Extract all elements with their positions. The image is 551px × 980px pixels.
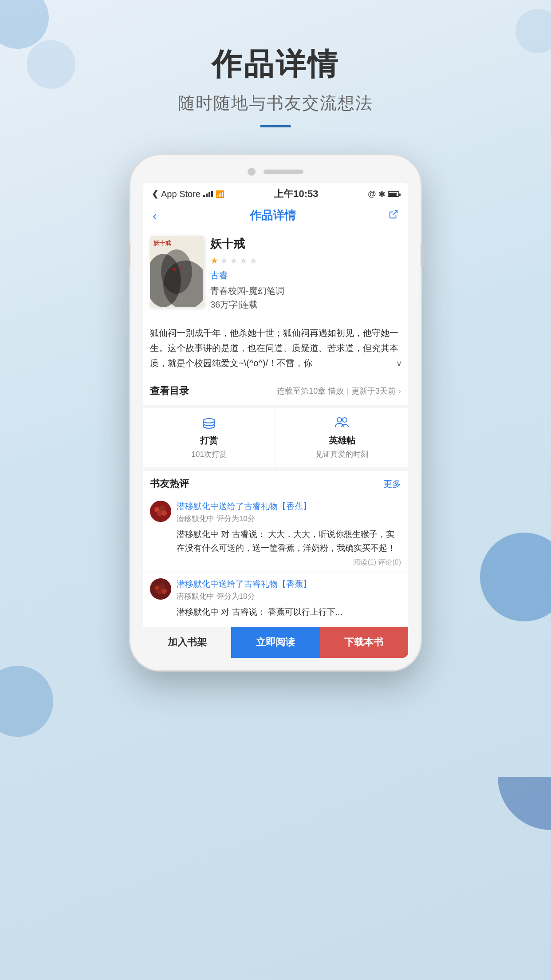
review-user-2: 潜移默化中 评分为10分 [177, 591, 401, 601]
bg-circle-5 [0, 666, 53, 737]
phone-camera [248, 168, 256, 176]
battery-icon [388, 191, 399, 197]
back-chevron-icon: ❮ [152, 189, 158, 199]
avatar-2 [150, 578, 171, 600]
expand-icon[interactable]: ∨ [396, 357, 402, 371]
review-header-1: 潜移默化中送给了古睿礼物【香蕉】 潜移默化中 评分为10分 [150, 501, 401, 524]
read-now-button[interactable]: 立即阅读 [231, 627, 319, 658]
status-left: ❮ App Store 📶 [152, 189, 224, 199]
book-wordcount: 36万字|连载 [210, 299, 401, 311]
review-item-2: 潜移默化中送给了古睿礼物【香蕉】 潜移默化中 评分为10分 潜移默化中 对 古睿… [143, 573, 408, 627]
reviews-title: 书友热评 [150, 477, 189, 490]
svg-point-12 [337, 418, 342, 422]
book-desc-text: 狐仙祠一别成千年，他杀她十世；狐仙祠再遇如初见，他守她一生。这个故事讲的是道，也… [150, 325, 401, 371]
svg-point-4 [161, 249, 192, 294]
action-hero-post[interactable]: 英雄帖 见证真爱的时刻 [276, 408, 409, 467]
star-4: ★ [240, 255, 248, 266]
review-score-text-1: 评分为10分 [216, 514, 255, 523]
app-store-label: App Store [161, 189, 201, 199]
catalog-label: 查看目录 [150, 384, 189, 398]
nav-bar: ‹ 作品详情 [143, 203, 408, 228]
star-2: ★ [220, 255, 228, 266]
reward-label: 打赏 [200, 435, 218, 447]
review-stats-1: 阅读(1) 评论(0) [150, 558, 401, 567]
svg-point-24 [161, 589, 167, 594]
catalog-chapter: 连载至第10章 惜败 [277, 386, 344, 396]
review-comment-count-1: 评论(0) [378, 558, 401, 566]
review-read-count-1: 阅读(1) [353, 558, 376, 566]
catalog-update: 更新于3天前 [351, 386, 396, 396]
page-title: 作品详情 [0, 44, 551, 85]
phone-mockup: ❮ App Store 📶 上午10:53 @ ✱ [129, 154, 422, 672]
svg-point-13 [342, 418, 347, 422]
svg-point-19 [156, 508, 158, 511]
book-cover: 妖十戒 [150, 236, 203, 307]
reward-count: 101次打赏 [192, 449, 227, 459]
review-user-name-1: 潜移默化中 [177, 514, 214, 523]
book-author[interactable]: 古睿 [210, 269, 401, 281]
svg-point-18 [161, 510, 167, 516]
signal-bars-icon [203, 191, 213, 197]
hero-post-label: 英雄帖 [329, 435, 355, 447]
page-divider [260, 125, 291, 127]
bluetooth-icon: ✱ [378, 189, 386, 199]
review-user-1: 潜移默化中 评分为10分 [177, 514, 401, 524]
phone-top-bar [143, 168, 408, 176]
svg-text:妖十戒: 妖十戒 [153, 240, 171, 246]
review-score-text-2: 评分为10分 [216, 592, 255, 601]
download-button[interactable]: 下载本书 [320, 627, 408, 658]
action-reward[interactable]: 打赏 101次打赏 [143, 408, 276, 467]
phone-side-left [127, 244, 130, 266]
svg-point-5 [173, 268, 176, 271]
bg-circle-6 [498, 777, 551, 830]
star-5: ★ [249, 255, 257, 266]
catalog-separator: | [346, 387, 349, 396]
catalog-chevron-icon: › [398, 387, 401, 396]
star-rating: ★ ★ ★ ★ ★ [210, 255, 401, 266]
review-content-2: 潜移默化中 对 古睿说： 香蕉可以行上行下... [150, 605, 401, 619]
review-item: 潜移默化中送给了古睿礼物【香蕉】 潜移默化中 评分为10分 潜移默化中 对 古睿… [143, 495, 408, 573]
book-description: 狐仙祠一别成千年，他杀她十世；狐仙祠再遇如初见，他守她一生。这个故事讲的是道，也… [143, 319, 408, 377]
reward-icon [202, 416, 216, 432]
review-header-2: 潜移默化中送给了古睿礼物【香蕉】 潜移默化中 评分为10分 [150, 578, 401, 601]
status-time: 上午10:53 [274, 187, 318, 201]
hero-post-subtitle: 见证真爱的时刻 [315, 449, 368, 459]
status-right: @ ✱ [368, 189, 399, 199]
action-row: 打赏 101次打赏 英雄帖 见证真爱的时刻 [143, 408, 408, 471]
phone-speaker [264, 170, 303, 174]
phone-wrapper: ❮ App Store 📶 上午10:53 @ ✱ [0, 154, 551, 672]
svg-point-6 [180, 267, 182, 269]
hero-post-icon [335, 416, 350, 432]
bg-circle-2 [27, 40, 75, 89]
svg-point-25 [156, 587, 158, 589]
book-info: 妖十戒 妖十戒 ★ ★ ★ ★ ★ 古睿 青春校园-魔幻笔调 36万字|连载 [143, 228, 408, 319]
reviews-section: 书友热评 更多 [143, 471, 408, 627]
review-meta-1: 潜移默化中送给了古睿礼物【香蕉】 潜移默化中 评分为10分 [177, 501, 401, 524]
reviews-more[interactable]: 更多 [383, 478, 401, 490]
reviews-header: 书友热评 更多 [143, 471, 408, 495]
book-title: 妖十戒 [210, 236, 401, 252]
review-content-1: 潜移默化中 对 古睿说： 大大，大大，听说你想生猴子，实在没有什么可送的，送一筐… [150, 527, 401, 555]
page-subtitle: 随时随地与书友交流想法 [0, 92, 551, 115]
phone-side-right [421, 244, 424, 266]
add-to-shelf-button[interactable]: 加入书架 [143, 627, 231, 658]
phone-screen: ❮ App Store 📶 上午10:53 @ ✱ [143, 183, 408, 658]
status-bar: ❮ App Store 📶 上午10:53 @ ✱ [143, 183, 408, 203]
back-button[interactable]: ‹ [153, 208, 157, 223]
at-icon: @ [368, 189, 376, 199]
catalog-row[interactable]: 查看目录 连载至第10章 惜败 | 更新于3天前 › [143, 377, 408, 408]
bottom-bar: 加入书架 立即阅读 下载本书 [143, 627, 408, 658]
review-title-1[interactable]: 潜移默化中送给了古睿礼物【香蕉】 [177, 501, 401, 512]
share-button[interactable] [389, 209, 398, 222]
battery-fill [389, 193, 397, 196]
review-user-name-2: 潜移默化中 [177, 592, 214, 601]
avatar-1 [150, 501, 171, 522]
review-title-2[interactable]: 潜移默化中送给了古睿礼物【香蕉】 [177, 578, 401, 590]
page-header: 作品详情 随时随地与书友交流想法 [0, 0, 551, 127]
catalog-info: 连载至第10章 惜败 | 更新于3天前 › [277, 386, 401, 396]
nav-title: 作品详情 [250, 208, 296, 223]
svg-line-0 [393, 210, 397, 215]
wifi-icon: 📶 [216, 190, 224, 198]
book-genre: 青春校园-魔幻笔调 [210, 285, 401, 297]
svg-point-11 [203, 419, 215, 423]
